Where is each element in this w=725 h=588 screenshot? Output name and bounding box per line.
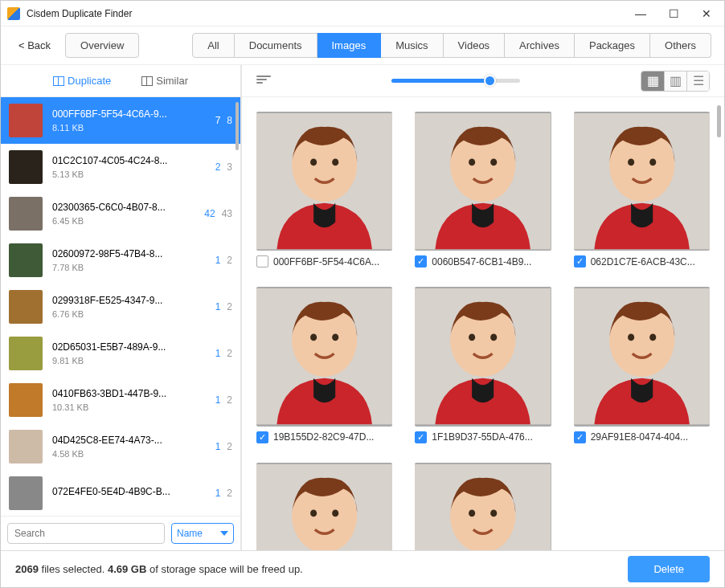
group-list[interactable]: 000FF6BF-5F54-4C6A-9... 8.11 KB 7 8 01C2… (1, 97, 240, 516)
list-item[interactable]: 0299318F-E525-4347-9... 6.76 KB 1 2 (1, 284, 240, 330)
group-size: 8.11 KB (52, 123, 206, 133)
svg-point-26 (310, 509, 317, 517)
overview-button[interactable]: Overview (65, 33, 139, 58)
category-musics[interactable]: Musics (381, 33, 443, 58)
sort-label: Name (177, 528, 203, 539)
group-name: 02D65031-E5B7-489A-9... (52, 341, 206, 353)
svg-point-3 (332, 159, 338, 166)
person-image (256, 463, 392, 550)
selected-count: 1 (215, 348, 221, 359)
thumbnail-name: 29AF91E8-0474-404... (591, 431, 688, 443)
tab-similar[interactable]: Similar (141, 75, 188, 87)
duplicate-icon (53, 76, 64, 86)
category-packages[interactable]: Packages (575, 33, 650, 58)
sort-select[interactable]: Name (171, 523, 234, 544)
thumbnail-cell[interactable]: ✓ 0060B547-6CB1-4B9... (415, 112, 551, 267)
total-count: 2 (227, 348, 232, 359)
svg-point-30 (469, 509, 475, 517)
person-image (415, 112, 551, 251)
sort-icon[interactable] (256, 76, 271, 87)
list-scrollbar[interactable] (236, 102, 239, 150)
svg-point-14 (310, 334, 317, 341)
thumbnail-cell[interactable]: ✓ 062D1C7E-6ACB-43C... (574, 112, 710, 267)
back-button[interactable]: < Back (10, 35, 59, 56)
group-name: 0299318F-E525-4347-9... (52, 295, 206, 306)
thumbnail-name: 000FF6BF-5F54-4C6A... (273, 256, 379, 267)
thumbnail-grid[interactable]: 000FF6BF-5F54-4C6A... ✓ 0060B547-6CB1-4B… (242, 97, 724, 550)
checkbox[interactable] (256, 255, 268, 267)
thumbnail-icon (9, 197, 43, 231)
group-name: 072E4FE0-5E4D-4B9C-B... (52, 486, 206, 497)
group-size: 6.45 KB (52, 216, 195, 226)
view-grid-button[interactable]: ▦ (641, 71, 664, 91)
checkbox[interactable]: ✓ (415, 255, 427, 267)
status-bar: 2069 files selected. 4.69 GB of storage … (1, 550, 724, 587)
view-list-button[interactable]: ☰ (686, 71, 709, 91)
person-image (256, 287, 392, 426)
category-archives[interactable]: Archives (505, 33, 575, 58)
category-images[interactable]: Images (317, 33, 382, 58)
category-others[interactable]: Others (650, 33, 711, 58)
thumbnail-cell[interactable]: ✓ 1F1B9D37-55DA-476... (415, 287, 551, 443)
list-item[interactable]: 000FF6BF-5F54-4C6A-9... 8.11 KB 7 8 (1, 97, 240, 144)
thumbnail-name: 062D1C7E-6ACB-43C... (591, 256, 695, 267)
chevron-down-icon (220, 531, 228, 536)
group-name: 000FF6BF-5F54-4C6A-9... (52, 108, 206, 120)
thumbnail-icon (9, 383, 43, 417)
svg-point-27 (332, 509, 338, 517)
checkbox[interactable]: ✓ (574, 255, 586, 267)
thumbnail-cell[interactable]: 000FF6BF-5F54-4C6A... (256, 112, 392, 267)
list-item[interactable]: 02D65031-E5B7-489A-9... 9.81 KB 1 2 (1, 330, 240, 377)
total-count: 2 (227, 394, 232, 406)
person-image (574, 287, 710, 426)
thumbnail-cell[interactable]: ✓ 2D0D8D72-048E-416... (415, 463, 551, 550)
thumbnail-image (256, 463, 392, 550)
tab-duplicate-label: Duplicate (68, 75, 111, 87)
list-item[interactable]: 04D425C8-EE74-4A73-... 4.58 KB 1 2 (1, 423, 240, 470)
total-count: 3 (227, 161, 232, 173)
category-videos[interactable]: Videos (444, 33, 506, 58)
category-all[interactable]: All (192, 33, 234, 58)
person-image (256, 112, 392, 251)
list-item[interactable]: 02300365-C6C0-4B07-8... 6.45 KB 42 43 (1, 190, 240, 237)
status-count-suffix: files selected. (39, 563, 108, 575)
group-size: 5.13 KB (52, 169, 206, 179)
zoom-slider[interactable] (271, 79, 641, 83)
similar-icon (141, 76, 153, 86)
thumbnail-icon (9, 290, 43, 324)
tab-similar-label: Similar (156, 75, 188, 87)
total-count: 8 (227, 115, 232, 126)
window-title: Cisdem Duplicate Finder (27, 8, 635, 19)
svg-point-18 (469, 334, 475, 341)
minimize-button[interactable]: — (635, 7, 646, 20)
status-count: 2069 (15, 563, 39, 575)
close-button[interactable]: ✕ (702, 7, 711, 20)
thumbnail-icon (9, 104, 43, 137)
maximize-button[interactable]: ☐ (669, 7, 679, 20)
checkbox[interactable]: ✓ (574, 431, 586, 443)
list-item[interactable]: 02600972-98F5-47B4-8... 7.78 KB 1 2 (1, 237, 240, 284)
view-columns-button[interactable]: ▥ (664, 71, 686, 91)
delete-button[interactable]: Delete (628, 556, 710, 582)
list-item[interactable]: 072E4FE0-5E4D-4B9C-B... 1 2 (1, 470, 240, 516)
svg-point-19 (490, 334, 497, 341)
search-input[interactable] (7, 523, 165, 544)
category-documents[interactable]: Documents (235, 33, 317, 58)
thumbnail-cell[interactable]: ✓ 19B155D2-82C9-47D... (256, 287, 392, 443)
checkbox[interactable]: ✓ (415, 431, 427, 443)
thumbnail-name: 19B155D2-82C9-47D... (273, 431, 374, 443)
tab-duplicate[interactable]: Duplicate (53, 75, 111, 87)
grid-scrollbar[interactable] (717, 105, 721, 137)
list-item[interactable]: 0410FB63-3BD1-447B-9... 10.31 KB 1 2 (1, 377, 240, 423)
slider-knob[interactable] (484, 75, 496, 87)
group-size: 7.78 KB (52, 263, 206, 272)
thumbnail-image (415, 112, 551, 251)
person-image (574, 112, 710, 251)
group-size: 6.76 KB (52, 309, 206, 319)
svg-point-23 (649, 334, 656, 341)
total-count: 2 (227, 301, 232, 312)
list-item[interactable]: 01C2C107-4C05-4C24-8... 5.13 KB 2 3 (1, 144, 240, 190)
thumbnail-cell[interactable]: ✓ 29AF91E8-0474-404... (574, 287, 710, 443)
thumbnail-cell[interactable]: ✓ 2B18C2DC-0D7C-40... (256, 463, 392, 550)
checkbox[interactable]: ✓ (256, 431, 268, 443)
